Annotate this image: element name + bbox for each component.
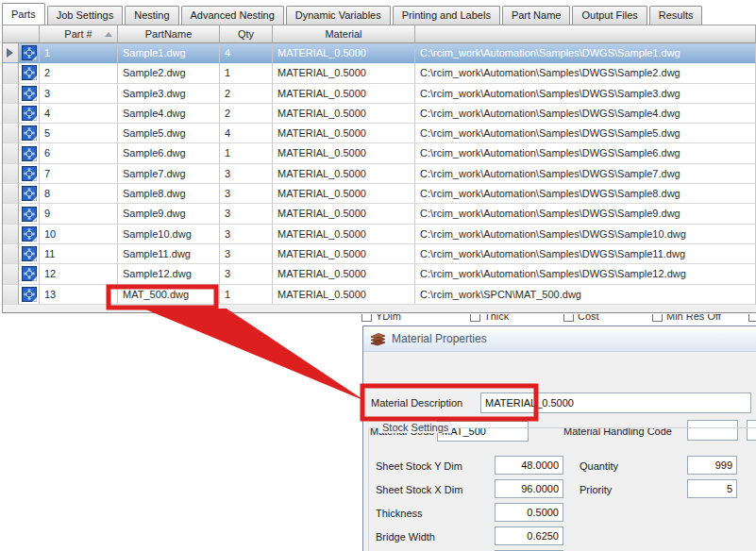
row-selector[interactable] (3, 204, 19, 224)
cell-part-number[interactable]: 9 (40, 204, 118, 224)
part-icon-cell[interactable] (19, 143, 40, 163)
cell-file-path[interactable]: C:\rcim_work\Automation\Samples\DWGS\Sam… (415, 164, 756, 184)
part-icon-cell[interactable] (19, 104, 40, 124)
cell-qty[interactable]: 4 (220, 43, 273, 63)
occluded-checkbox-item[interactable]: Cost (563, 314, 599, 325)
tab-parts[interactable]: Parts (2, 3, 45, 25)
cell-material[interactable]: MATERIAL_0.5000 (273, 43, 415, 63)
cell-material[interactable]: MATERIAL_0.5000 (273, 164, 415, 184)
cell-file-path[interactable]: C:\rcim_work\Automation\Samples\DWGS\Sam… (415, 84, 756, 104)
row-selector[interactable] (3, 63, 19, 83)
cell-material[interactable]: MATERIAL_0.5000 (273, 204, 415, 224)
tab-output-files[interactable]: Output Files (572, 6, 647, 25)
cell-file-path[interactable]: C:\rcim_work\Automation\Samples\DWGS\Sam… (415, 244, 756, 264)
part-icon-cell[interactable] (19, 84, 40, 104)
cell-part-name[interactable]: Sample12.dwg (118, 264, 220, 284)
header-file-path[interactable] (415, 25, 756, 43)
checkbox-icon[interactable] (652, 314, 663, 322)
cell-file-path[interactable]: C:\rcim_work\Automation\Samples\DWGS\Sam… (415, 184, 756, 204)
table-row[interactable]: 13 MAT_500.dwg 1 MATERIAL_0.5000 C:\rcim… (3, 285, 756, 305)
occluded-checkbox-item[interactable] (748, 314, 756, 325)
row-selector[interactable] (3, 225, 19, 244)
cell-part-name[interactable]: Sample3.dwg (118, 84, 220, 104)
cell-material[interactable]: MATERIAL_0.5000 (273, 225, 415, 244)
cell-part-name[interactable]: Sample9.dwg (118, 204, 220, 224)
cell-part-name[interactable]: Sample11.dwg (118, 244, 220, 264)
table-row[interactable]: 10 Sample10.dwg 3 MATERIAL_0.5000 C:\rci… (3, 225, 756, 244)
bridge-width-input[interactable] (495, 526, 563, 545)
header-part-name[interactable]: PartName (118, 25, 220, 43)
cell-part-number[interactable]: 2 (40, 63, 118, 83)
sheet-stock-y-dim-input[interactable] (495, 456, 563, 475)
table-row[interactable]: 3 Sample3.dwg 2 MATERIAL_0.5000 C:\rcim_… (3, 84, 756, 104)
cell-part-number[interactable]: 6 (40, 143, 118, 163)
part-icon-cell[interactable] (19, 43, 40, 63)
cell-qty[interactable]: 3 (220, 244, 273, 264)
cell-qty[interactable]: 4 (220, 124, 273, 143)
cell-material[interactable]: MATERIAL_0.5000 (273, 104, 415, 124)
row-selector[interactable] (3, 43, 19, 63)
cell-material[interactable]: MATERIAL_0.5000 (273, 264, 415, 284)
cell-qty[interactable]: 3 (220, 164, 273, 184)
cell-material[interactable]: MATERIAL_0.5000 (273, 244, 415, 264)
cell-part-number[interactable]: 11 (40, 244, 118, 264)
tab-job-settings[interactable]: Job Settings (47, 6, 124, 25)
cell-material[interactable]: MATERIAL_0.5000 (273, 143, 415, 163)
cell-material[interactable]: MATERIAL_0.5000 (273, 184, 415, 204)
row-selector[interactable] (3, 124, 19, 143)
occluded-checkbox-item[interactable]: YDim (361, 314, 401, 325)
table-row[interactable]: 12 Sample12.dwg 3 MATERIAL_0.5000 C:\rci… (3, 264, 756, 284)
checkbox-icon[interactable] (748, 314, 756, 322)
cell-part-number[interactable]: 5 (40, 124, 118, 143)
cell-material[interactable]: MATERIAL_0.5000 (273, 84, 415, 104)
cell-file-path[interactable]: C:\rcim_work\Automation\Samples\DWGS\Sam… (415, 43, 756, 63)
cell-qty[interactable]: 1 (220, 63, 273, 83)
row-selector[interactable] (3, 143, 19, 163)
cell-file-path[interactable]: C:\rcim_work\Automation\Samples\DWGS\Sam… (415, 225, 756, 244)
tab-nesting[interactable]: Nesting (125, 6, 178, 25)
cell-part-name[interactable]: Sample10.dwg (118, 225, 220, 244)
cell-qty[interactable]: 3 (220, 184, 273, 204)
cell-qty[interactable]: 1 (220, 143, 273, 163)
row-selector[interactable] (3, 184, 19, 204)
row-selector[interactable] (3, 264, 19, 284)
material-description-input[interactable] (480, 392, 751, 413)
cell-qty[interactable]: 3 (220, 264, 273, 284)
part-icon-cell[interactable] (19, 204, 40, 224)
cell-file-path[interactable]: C:\rcim_work\Automation\Samples\DWGS\Sam… (415, 143, 756, 163)
cell-part-number[interactable]: 4 (40, 104, 118, 124)
cell-file-path[interactable]: C:\rcim_work\Automation\Samples\DWGS\Sam… (415, 264, 756, 284)
cell-part-name[interactable]: Sample5.dwg (118, 124, 220, 143)
row-selector[interactable] (3, 285, 19, 305)
cell-part-number[interactable]: 7 (40, 164, 118, 184)
checkbox-icon[interactable] (563, 314, 574, 322)
dialog-title-bar[interactable]: Material Properties (363, 326, 756, 352)
part-icon-cell[interactable] (19, 244, 40, 264)
row-selector[interactable] (3, 84, 19, 104)
header-material[interactable]: Material (273, 25, 415, 43)
cell-part-name[interactable]: Sample8.dwg (118, 184, 220, 204)
cell-qty[interactable]: 2 (220, 104, 273, 124)
tab-dynamic-variables[interactable]: Dynamic Variables (286, 6, 391, 25)
cell-part-name[interactable]: MAT_500.dwg (118, 285, 220, 305)
cell-file-path[interactable]: C:\rcim_work\Automation\Samples\DWGS\Sam… (415, 124, 756, 143)
cell-part-name[interactable]: Sample1.dwg (118, 43, 220, 63)
cell-part-number[interactable]: 3 (40, 84, 118, 104)
cell-qty[interactable]: 3 (220, 204, 273, 224)
table-row[interactable]: 6 Sample6.dwg 1 MATERIAL_0.5000 C:\rcim_… (3, 143, 756, 163)
cell-part-name[interactable]: Sample4.dwg (118, 104, 220, 124)
cell-part-name[interactable]: Sample7.dwg (118, 164, 220, 184)
cell-part-name[interactable]: Sample2.dwg (118, 63, 220, 83)
cell-qty[interactable]: 2 (220, 84, 273, 104)
tab-results[interactable]: Results (649, 6, 703, 25)
cell-material[interactable]: MATERIAL_0.5000 (273, 124, 415, 143)
table-row[interactable]: 11 Sample11.dwg 3 MATERIAL_0.5000 C:\rci… (3, 244, 756, 264)
tab-part-name[interactable]: Part Name (502, 6, 571, 25)
table-row[interactable]: 1 Sample1.dwg 4 MATERIAL_0.5000 C:\rcim_… (3, 43, 756, 63)
priority-input[interactable] (687, 479, 737, 498)
part-icon-cell[interactable] (19, 264, 40, 284)
table-row[interactable]: 5 Sample5.dwg 4 MATERIAL_0.5000 C:\rcim_… (3, 124, 756, 143)
table-row[interactable]: 7 Sample7.dwg 3 MATERIAL_0.5000 C:\rcim_… (3, 164, 756, 184)
cell-file-path[interactable]: C:\rcim_work\Automation\Samples\DWGS\Sam… (415, 204, 756, 224)
cell-material[interactable]: MATERIAL_0.5000 (273, 63, 415, 83)
